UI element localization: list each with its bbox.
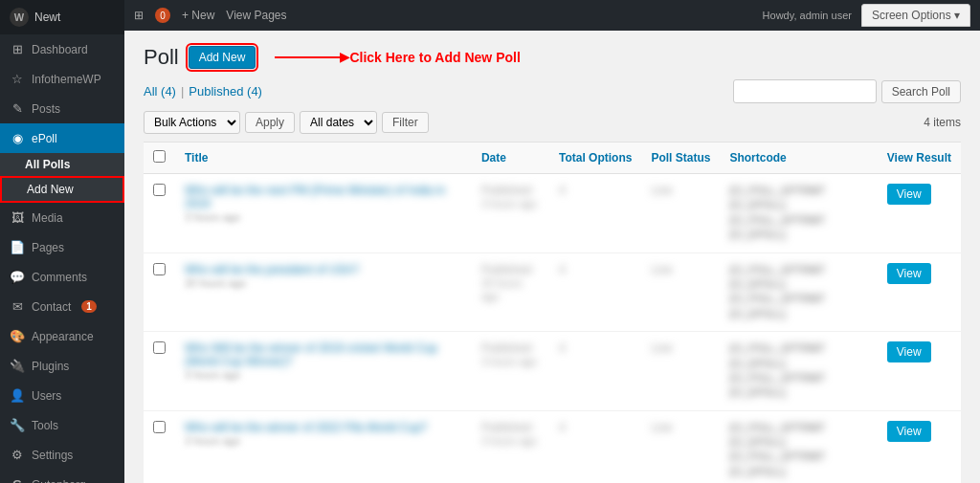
- topbar-view-pages-link[interactable]: View Pages: [226, 9, 286, 22]
- col-title[interactable]: Title: [175, 143, 472, 174]
- filter-links: All (4) | Published (4): [144, 84, 262, 99]
- poll-table: Title Date Total Options Poll Status Sho…: [144, 142, 961, 483]
- pages-icon: 📄: [10, 240, 25, 254]
- search-poll-area: Search Poll: [733, 79, 961, 103]
- row-status-cell: Live: [641, 252, 720, 332]
- col-poll-status[interactable]: Poll Status: [641, 143, 720, 174]
- sidebar-item-tools[interactable]: 🔧 Tools: [0, 410, 124, 440]
- sidebar-item-infotheme[interactable]: ☆ InfothemeWP: [0, 64, 124, 94]
- contact-badge: 1: [81, 300, 97, 313]
- row-checkbox[interactable]: [153, 184, 166, 196]
- sidebar-item-label: InfothemeWP: [32, 73, 101, 86]
- sidebar-item-all-polls[interactable]: All Polls: [0, 153, 124, 176]
- row-poll-status: Live: [651, 263, 672, 276]
- row-date: Published3 hours ago: [481, 341, 537, 368]
- epoll-subitems: All Polls Add New: [0, 153, 124, 203]
- row-title-cell: Who will be the next PM (Prime Minister)…: [175, 174, 472, 253]
- sidebar-item-appearance[interactable]: 🎨 Appearance: [0, 321, 124, 351]
- poll-title-link[interactable]: Who will be the president of USA?: [185, 263, 462, 276]
- row-poll-status: Live: [651, 184, 672, 197]
- sidebar-item-settings[interactable]: ⚙ Settings: [0, 440, 124, 470]
- row-view-cell: View: [878, 410, 961, 483]
- sidebar-item-label: Dashboard: [32, 43, 88, 56]
- row-title-cell: Who will be the president of USA? 20 hou…: [175, 252, 472, 332]
- filter-published[interactable]: Published (4): [189, 84, 262, 99]
- sidebar-item-epoll[interactable]: ◉ ePoll: [0, 123, 124, 153]
- row-shortcode-cell: [CI_POLL_EPTRMT [CI_EPOLL][CI_POLL_EPTRM…: [720, 174, 877, 253]
- date-filter-select[interactable]: All dates: [300, 111, 377, 134]
- appearance-icon: 🎨: [10, 329, 25, 343]
- contact-icon: ✉: [10, 299, 25, 314]
- sidebar-item-gutenberg[interactable]: G Gutenberg: [0, 470, 124, 483]
- annotation-arrow: ▶ Click Here to Add New Poll: [265, 50, 520, 65]
- sidebar-item-dashboard[interactable]: ⊞ Dashboard: [0, 34, 124, 64]
- col-total-options[interactable]: Total Options: [549, 143, 641, 174]
- col-shortcode[interactable]: Shortcode: [720, 143, 877, 174]
- row-title-cell: Who will be the winner of 2022 Fifa Worl…: [175, 410, 472, 483]
- sidebar-item-contact[interactable]: ✉ Contact 1: [0, 292, 124, 321]
- filter-button[interactable]: Filter: [382, 112, 429, 133]
- view-result-button[interactable]: View: [887, 263, 931, 284]
- poll-title-link[interactable]: Who will be the next PM (Prime Minister)…: [185, 184, 462, 210]
- bulk-actions-select[interactable]: Bulk Actions: [144, 111, 240, 134]
- row-options-cell: 4: [549, 252, 641, 332]
- poll-title-link[interactable]: Who Will be the winner of 2019 cricket W…: [185, 341, 462, 368]
- row-date-cell: Published20 hours ago: [472, 252, 549, 332]
- row-view-cell: View: [878, 174, 961, 253]
- row-total-options: 4: [559, 421, 566, 434]
- sidebar-item-pages[interactable]: 📄 Pages: [0, 232, 124, 262]
- topbar-left: ⊞ 0 + New View Pages: [134, 8, 287, 23]
- sidebar-item-media[interactable]: 🖼 Media: [0, 203, 124, 232]
- filter-all[interactable]: All (4): [144, 84, 176, 99]
- sidebar-item-label: Plugins: [32, 360, 69, 373]
- sidebar-item-users[interactable]: 👤 Users: [0, 381, 124, 410]
- poll-date-meta: 3 hours ago: [185, 211, 240, 223]
- users-icon: 👤: [10, 388, 25, 403]
- sidebar-item-label: Media: [32, 211, 63, 225]
- col-date[interactable]: Date: [472, 143, 549, 174]
- search-input[interactable]: [733, 79, 877, 103]
- sidebar-item-label: Users: [32, 389, 61, 403]
- select-all-checkbox[interactable]: [153, 150, 166, 163]
- row-status-cell: Live: [641, 174, 720, 253]
- screen-options-button[interactable]: Screen Options: [861, 4, 970, 27]
- view-result-button[interactable]: View: [887, 341, 931, 362]
- table-row: Who will be the next PM (Prime Minister)…: [144, 174, 961, 253]
- col-view-result[interactable]: View Result: [878, 143, 961, 174]
- sidebar-item-add-new[interactable]: Add New: [0, 176, 124, 203]
- tools-icon: 🔧: [10, 418, 25, 432]
- bulk-actions-row: Bulk Actions Apply All dates Filter 4 it…: [144, 111, 961, 134]
- row-date-cell: Published3 hours ago: [472, 410, 549, 483]
- row-checkbox[interactable]: [153, 341, 166, 354]
- sidebar-item-comments[interactable]: 💬 Comments: [0, 262, 124, 292]
- sidebar-item-plugins[interactable]: 🔌 Plugins: [0, 351, 124, 381]
- sidebar-item-label: Posts: [32, 102, 60, 116]
- poll-date-meta: 3 hours ago: [185, 369, 240, 381]
- row-options-cell: 4: [549, 174, 641, 253]
- dashboard-icon: ⊞: [10, 42, 25, 56]
- sidebar-item-label: ePoll: [32, 132, 57, 145]
- sidebar-item-label: Gutenberg: [32, 478, 86, 484]
- row-checkbox[interactable]: [153, 263, 166, 275]
- row-date-cell: Published3 hours ago: [472, 332, 549, 411]
- row-shortcode: [CI_POLL_EPTRMT [CI_EPOLL][CI_POLL_EPTRM…: [729, 342, 824, 398]
- topbar-new-link[interactable]: + New: [182, 9, 214, 22]
- wp-logo-top: ⊞: [134, 9, 144, 22]
- row-date-cell: Published3 hours ago: [472, 174, 549, 253]
- row-checkbox[interactable]: [153, 421, 166, 433]
- apply-button[interactable]: Apply: [245, 112, 295, 133]
- sidebar-item-label: Comments: [32, 271, 87, 284]
- search-poll-button[interactable]: Search Poll: [881, 80, 961, 103]
- poll-date-meta: 20 hours ago: [185, 277, 246, 289]
- sidebar-item-posts[interactable]: ✎ Posts: [0, 94, 124, 123]
- add-new-button[interactable]: Add New: [189, 46, 256, 69]
- row-shortcode: [CI_POLL_EPTRMT [CI_EPOLL][CI_POLL_EPTRM…: [729, 264, 824, 319]
- media-icon: 🖼: [10, 210, 25, 225]
- arrow-line: ▶: [275, 56, 342, 58]
- row-shortcode-cell: [CI_POLL_EPTRMT [CI_EPOLL][CI_POLL_EPTRM…: [720, 332, 877, 411]
- poll-title-link[interactable]: Who will be the winner of 2022 Fifa Worl…: [185, 421, 462, 434]
- sidebar-item-label: Settings: [32, 449, 73, 462]
- view-result-button[interactable]: View: [887, 184, 931, 205]
- view-result-button[interactable]: View: [887, 421, 931, 442]
- row-checkbox-cell: [144, 332, 175, 411]
